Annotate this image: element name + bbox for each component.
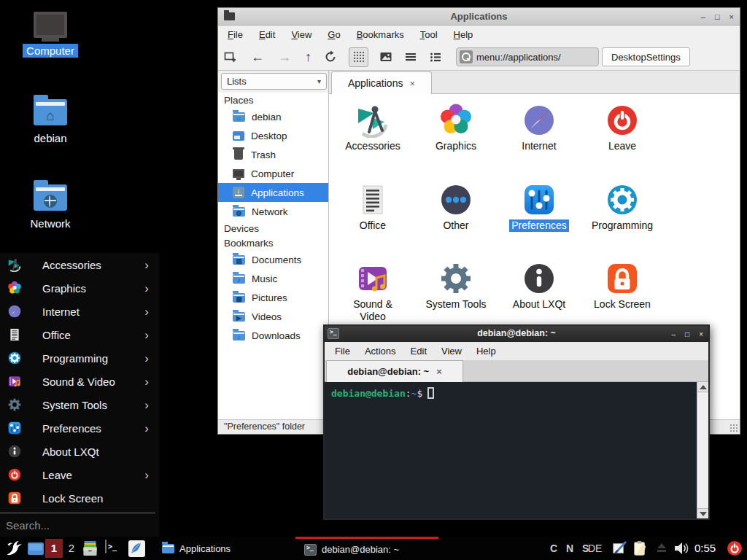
- menu-file[interactable]: File: [228, 29, 243, 40]
- menu-item-office[interactable]: Office ›: [0, 323, 159, 346]
- minimize-button[interactable]: –: [701, 12, 705, 21]
- menu-view[interactable]: View: [291, 29, 311, 40]
- start-menu-button[interactable]: [4, 539, 23, 558]
- minimize-button[interactable]: –: [672, 330, 676, 338]
- close-button[interactable]: ×: [729, 12, 734, 21]
- sidebar-item-network[interactable]: ◍ Network: [218, 202, 328, 221]
- sidebar-item-pictures[interactable]: ▦ Pictures: [218, 288, 328, 307]
- power-button[interactable]: [726, 540, 743, 557]
- thumbnail-view-icon[interactable]: [379, 50, 392, 63]
- sidebar-header-places: Places: [218, 93, 328, 107]
- path-button-desktopsettings[interactable]: DesktopSettings: [602, 47, 690, 66]
- terminal-titlebar[interactable]: debian@debian: ~ – □ ×: [325, 326, 708, 342]
- back-icon[interactable]: ←: [251, 50, 264, 63]
- menu-tool[interactable]: Tool: [420, 29, 438, 40]
- menu-item-preferences[interactable]: Preferences ›: [0, 416, 159, 440]
- sidebar-item-trash[interactable]: Trash: [218, 145, 328, 164]
- menu-help[interactable]: Help: [454, 29, 473, 40]
- app-item-leave[interactable]: Leave: [581, 103, 664, 152]
- file-manager-launcher-icon[interactable]: [82, 540, 98, 557]
- menu-item-system-tools[interactable]: System Tools ›: [0, 393, 159, 416]
- new-tab-icon[interactable]: [224, 50, 237, 63]
- app-item-accessories[interactable]: Accessories: [331, 103, 414, 152]
- menu-item-lock-screen[interactable]: Lock Screen: [0, 486, 159, 510]
- screenshot-tray-icon[interactable]: [611, 540, 627, 556]
- tab-close-icon[interactable]: ×: [409, 78, 415, 89]
- sidebar-item-computer[interactable]: Computer: [218, 164, 328, 183]
- menu-item-about-lxqt[interactable]: About LXQt: [0, 440, 159, 463]
- sidebar-item-applications[interactable]: Applications: [218, 183, 328, 202]
- address-bar[interactable]: menu://applications/: [456, 47, 599, 66]
- refresh-icon[interactable]: [324, 50, 337, 63]
- keyboard-layout[interactable]: DE: [588, 539, 602, 558]
- menu-item-accessories[interactable]: Accessories ›: [0, 253, 159, 276]
- terminal-scrollbar[interactable]: [697, 382, 708, 518]
- menu-go[interactable]: Go: [328, 29, 340, 40]
- icon-view-button[interactable]: [349, 47, 368, 67]
- volume-icon[interactable]: [673, 540, 690, 557]
- detailed-view-icon[interactable]: [429, 50, 442, 63]
- app-item-programming[interactable]: Programming: [581, 182, 664, 232]
- maximize-button[interactable]: □: [715, 12, 720, 21]
- sidebar-item-downloads[interactable]: ↓ Downloads: [218, 326, 328, 345]
- close-button[interactable]: ×: [699, 330, 703, 338]
- menu-item-internet[interactable]: Internet ›: [0, 300, 159, 323]
- app-item-graphics[interactable]: Graphics: [414, 103, 498, 152]
- scroll-down-button[interactable]: [697, 508, 708, 518]
- menu-search-input[interactable]: [0, 513, 155, 537]
- menu-bookmarks[interactable]: Bookmarks: [357, 29, 404, 40]
- featherpad-launcher-icon[interactable]: [128, 540, 145, 557]
- clock[interactable]: 0:55: [694, 539, 716, 558]
- workspace-2-button[interactable]: 2: [66, 539, 77, 558]
- chevron-right-icon: ›: [144, 282, 149, 295]
- resize-grip[interactable]: [729, 424, 738, 432]
- compact-view-icon[interactable]: [404, 50, 417, 63]
- app-item-lock-screen[interactable]: Lock Screen: [581, 261, 664, 311]
- scroll-up-button[interactable]: [697, 382, 708, 392]
- accessories-icon: [355, 103, 390, 138]
- desktop-icon-network[interactable]: Network: [14, 180, 87, 230]
- terminal-output[interactable]: debian@debian:~$: [325, 382, 708, 518]
- window-title: debian@debian: ~: [325, 328, 708, 338]
- task-button-terminal[interactable]: debian@debian: ~: [295, 537, 438, 560]
- show-desktop-button[interactable]: [28, 542, 44, 555]
- tab-applications[interactable]: Applications ×: [331, 71, 432, 94]
- task-button-applications[interactable]: Applications: [162, 537, 231, 560]
- menu-item-programming[interactable]: Programming ›: [0, 346, 159, 370]
- menu-item-sound-video[interactable]: Sound & Video ›: [0, 370, 159, 393]
- desktop-icon-computer[interactable]: Computer: [14, 12, 87, 58]
- sidebar-item-videos[interactable]: ▶ Videos: [218, 307, 328, 326]
- workspace-1-button[interactable]: 1: [45, 539, 63, 558]
- menu-edit[interactable]: Edit: [411, 346, 427, 357]
- menu-actions[interactable]: Actions: [365, 346, 396, 357]
- app-item-system-tools[interactable]: System Tools: [414, 261, 498, 311]
- sidebar-item-debian[interactable]: ⌂ debian: [218, 107, 328, 126]
- tab-close-icon[interactable]: ×: [436, 366, 442, 377]
- keyboard-indicator[interactable]: C N S: [550, 539, 592, 558]
- sidebar-mode-dropdown[interactable]: Lists ▾: [221, 73, 327, 90]
- menu-help[interactable]: Help: [476, 346, 496, 357]
- maximize-button[interactable]: □: [685, 330, 689, 338]
- app-item-internet[interactable]: Internet: [498, 103, 581, 152]
- terminal-tab[interactable]: debian@debian: ~ ×: [326, 360, 463, 382]
- app-item-office[interactable]: Office: [331, 182, 414, 232]
- fm-titlebar[interactable]: Applications – □ ×: [218, 8, 740, 26]
- clipboard-tray-icon[interactable]: [632, 540, 648, 556]
- app-item-preferences[interactable]: Preferences: [498, 182, 581, 232]
- desktop-icon-debian[interactable]: ⌂ debian: [14, 95, 87, 145]
- terminal-launcher-icon[interactable]: [105, 540, 107, 553]
- up-icon[interactable]: ↑: [305, 50, 311, 63]
- app-item-about-lxqt[interactable]: About LXQt: [498, 261, 581, 311]
- sidebar-item-documents[interactable]: ▤ Documents: [218, 250, 328, 269]
- sidebar-item-desktop[interactable]: Desktop: [218, 126, 328, 145]
- graphics-icon: [438, 103, 473, 138]
- menu-file[interactable]: File: [335, 346, 350, 357]
- sidebar-item-music[interactable]: ♪ Music: [218, 269, 328, 288]
- forward-icon[interactable]: →: [278, 50, 291, 63]
- menu-edit[interactable]: Edit: [259, 29, 275, 40]
- app-item-other[interactable]: Other: [414, 182, 498, 232]
- menu-view[interactable]: View: [441, 346, 462, 357]
- menu-item-graphics[interactable]: Graphics ›: [0, 276, 159, 300]
- menu-item-leave[interactable]: Leave ›: [0, 463, 159, 486]
- app-item-sound-video[interactable]: Sound & Video: [331, 261, 414, 323]
